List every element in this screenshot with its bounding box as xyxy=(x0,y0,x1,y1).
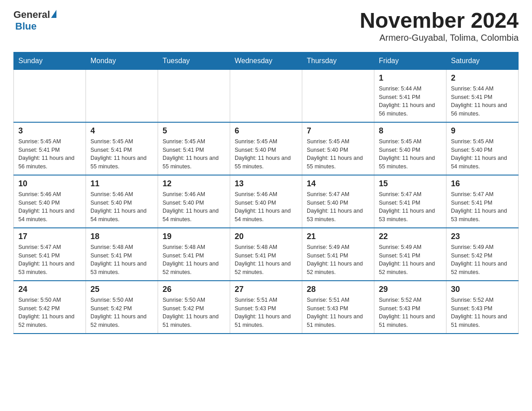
page-header: General Blue November 2024 Armero-Guyaba… xyxy=(13,9,519,43)
logo-triangle-icon xyxy=(51,10,56,18)
day-number: 14 xyxy=(307,179,369,188)
table-row: 8Sunrise: 5:45 AMSunset: 5:40 PMDaylight… xyxy=(374,122,446,175)
calendar-week-row: 1Sunrise: 5:44 AMSunset: 5:41 PMDaylight… xyxy=(14,69,519,122)
day-info: Sunrise: 5:44 AMSunset: 5:41 PMDaylight:… xyxy=(379,85,442,118)
day-number: 20 xyxy=(235,232,297,241)
table-row xyxy=(230,69,302,122)
day-number: 23 xyxy=(451,232,514,241)
table-row xyxy=(14,69,86,122)
day-info: Sunrise: 5:45 AMSunset: 5:41 PMDaylight:… xyxy=(18,137,81,171)
col-saturday: Saturday xyxy=(446,52,519,69)
table-row: 16Sunrise: 5:47 AMSunset: 5:41 PMDayligh… xyxy=(446,175,519,228)
day-info: Sunrise: 5:47 AMSunset: 5:40 PMDaylight:… xyxy=(307,190,369,224)
day-number: 6 xyxy=(235,126,297,136)
table-row: 14Sunrise: 5:47 AMSunset: 5:40 PMDayligh… xyxy=(302,175,374,228)
day-number: 4 xyxy=(90,126,153,136)
day-info: Sunrise: 5:46 AMSunset: 5:40 PMDaylight:… xyxy=(235,190,297,224)
day-number: 27 xyxy=(235,285,297,294)
table-row: 3Sunrise: 5:45 AMSunset: 5:41 PMDaylight… xyxy=(14,122,86,175)
day-info: Sunrise: 5:49 AMSunset: 5:41 PMDaylight:… xyxy=(307,243,369,277)
table-row: 23Sunrise: 5:49 AMSunset: 5:42 PMDayligh… xyxy=(446,228,519,281)
day-info: Sunrise: 5:52 AMSunset: 5:43 PMDaylight:… xyxy=(379,296,442,330)
day-number: 9 xyxy=(451,126,514,136)
col-friday: Friday xyxy=(374,52,446,69)
logo-blue: Blue xyxy=(15,21,37,32)
table-row: 13Sunrise: 5:46 AMSunset: 5:40 PMDayligh… xyxy=(230,175,302,228)
table-row: 22Sunrise: 5:49 AMSunset: 5:41 PMDayligh… xyxy=(374,228,446,281)
day-info: Sunrise: 5:49 AMSunset: 5:41 PMDaylight:… xyxy=(379,243,442,277)
day-number: 19 xyxy=(163,232,225,241)
table-row: 2Sunrise: 5:44 AMSunset: 5:41 PMDaylight… xyxy=(446,69,519,122)
day-info: Sunrise: 5:48 AMSunset: 5:41 PMDaylight:… xyxy=(90,243,153,277)
day-info: Sunrise: 5:45 AMSunset: 5:41 PMDaylight:… xyxy=(90,137,153,171)
col-wednesday: Wednesday xyxy=(230,52,302,69)
day-number: 17 xyxy=(18,232,81,241)
day-number: 12 xyxy=(163,179,225,188)
table-row: 1Sunrise: 5:44 AMSunset: 5:41 PMDaylight… xyxy=(374,69,446,122)
calendar-week-row: 24Sunrise: 5:50 AMSunset: 5:42 PMDayligh… xyxy=(14,281,519,334)
table-row: 10Sunrise: 5:46 AMSunset: 5:40 PMDayligh… xyxy=(14,175,86,228)
day-info: Sunrise: 5:47 AMSunset: 5:41 PMDaylight:… xyxy=(379,190,442,224)
table-row: 24Sunrise: 5:50 AMSunset: 5:42 PMDayligh… xyxy=(14,281,86,334)
title-area: November 2024 Armero-Guyabal, Tolima, Co… xyxy=(360,9,519,43)
table-row xyxy=(302,69,374,122)
day-number: 5 xyxy=(163,126,225,136)
day-info: Sunrise: 5:46 AMSunset: 5:40 PMDaylight:… xyxy=(90,190,153,224)
day-number: 3 xyxy=(18,126,81,136)
month-title: November 2024 xyxy=(360,9,519,33)
day-number: 2 xyxy=(451,73,514,83)
table-row: 28Sunrise: 5:51 AMSunset: 5:43 PMDayligh… xyxy=(302,281,374,334)
day-info: Sunrise: 5:47 AMSunset: 5:41 PMDaylight:… xyxy=(451,190,514,224)
logo-general: General xyxy=(13,9,50,21)
day-number: 10 xyxy=(18,179,81,188)
day-number: 21 xyxy=(307,232,369,241)
day-info: Sunrise: 5:50 AMSunset: 5:42 PMDaylight:… xyxy=(90,296,153,330)
day-info: Sunrise: 5:50 AMSunset: 5:42 PMDaylight:… xyxy=(18,296,81,330)
table-row: 5Sunrise: 5:45 AMSunset: 5:41 PMDaylight… xyxy=(158,122,230,175)
day-number: 26 xyxy=(163,285,225,294)
day-info: Sunrise: 5:51 AMSunset: 5:43 PMDaylight:… xyxy=(235,296,297,330)
table-row: 21Sunrise: 5:49 AMSunset: 5:41 PMDayligh… xyxy=(302,228,374,281)
day-number: 24 xyxy=(18,285,81,294)
day-info: Sunrise: 5:45 AMSunset: 5:40 PMDaylight:… xyxy=(235,137,297,171)
day-info: Sunrise: 5:52 AMSunset: 5:43 PMDaylight:… xyxy=(451,296,514,330)
day-number: 11 xyxy=(90,179,153,188)
table-row: 15Sunrise: 5:47 AMSunset: 5:41 PMDayligh… xyxy=(374,175,446,228)
table-row: 17Sunrise: 5:47 AMSunset: 5:41 PMDayligh… xyxy=(14,228,86,281)
table-row xyxy=(158,69,230,122)
table-row: 27Sunrise: 5:51 AMSunset: 5:43 PMDayligh… xyxy=(230,281,302,334)
table-row: 9Sunrise: 5:45 AMSunset: 5:40 PMDaylight… xyxy=(446,122,519,175)
col-sunday: Sunday xyxy=(14,52,86,69)
table-row: 26Sunrise: 5:50 AMSunset: 5:42 PMDayligh… xyxy=(158,281,230,334)
day-number: 29 xyxy=(379,285,442,294)
day-number: 25 xyxy=(90,285,153,294)
table-row: 25Sunrise: 5:50 AMSunset: 5:42 PMDayligh… xyxy=(86,281,158,334)
day-info: Sunrise: 5:45 AMSunset: 5:40 PMDaylight:… xyxy=(307,137,369,171)
day-number: 8 xyxy=(379,126,442,136)
logo: General Blue xyxy=(13,9,56,32)
table-row: 7Sunrise: 5:45 AMSunset: 5:40 PMDaylight… xyxy=(302,122,374,175)
calendar-week-row: 17Sunrise: 5:47 AMSunset: 5:41 PMDayligh… xyxy=(14,228,519,281)
calendar-header-row: Sunday Monday Tuesday Wednesday Thursday… xyxy=(14,52,519,69)
table-row: 12Sunrise: 5:46 AMSunset: 5:40 PMDayligh… xyxy=(158,175,230,228)
calendar-week-row: 10Sunrise: 5:46 AMSunset: 5:40 PMDayligh… xyxy=(14,175,519,228)
day-info: Sunrise: 5:47 AMSunset: 5:41 PMDaylight:… xyxy=(18,243,81,277)
day-number: 16 xyxy=(451,179,514,188)
table-row xyxy=(86,69,158,122)
table-row: 20Sunrise: 5:48 AMSunset: 5:41 PMDayligh… xyxy=(230,228,302,281)
col-tuesday: Tuesday xyxy=(158,52,230,69)
day-info: Sunrise: 5:48 AMSunset: 5:41 PMDaylight:… xyxy=(163,243,225,277)
day-number: 15 xyxy=(379,179,442,188)
calendar-table: Sunday Monday Tuesday Wednesday Thursday… xyxy=(13,52,519,334)
day-number: 13 xyxy=(235,179,297,188)
col-monday: Monday xyxy=(86,52,158,69)
col-thursday: Thursday xyxy=(302,52,374,69)
day-number: 7 xyxy=(307,126,369,136)
day-number: 28 xyxy=(307,285,369,294)
day-info: Sunrise: 5:51 AMSunset: 5:43 PMDaylight:… xyxy=(307,296,369,330)
day-info: Sunrise: 5:45 AMSunset: 5:40 PMDaylight:… xyxy=(379,137,442,171)
table-row: 11Sunrise: 5:46 AMSunset: 5:40 PMDayligh… xyxy=(86,175,158,228)
day-info: Sunrise: 5:45 AMSunset: 5:41 PMDaylight:… xyxy=(163,137,225,171)
day-number: 1 xyxy=(379,73,442,83)
table-row: 6Sunrise: 5:45 AMSunset: 5:40 PMDaylight… xyxy=(230,122,302,175)
